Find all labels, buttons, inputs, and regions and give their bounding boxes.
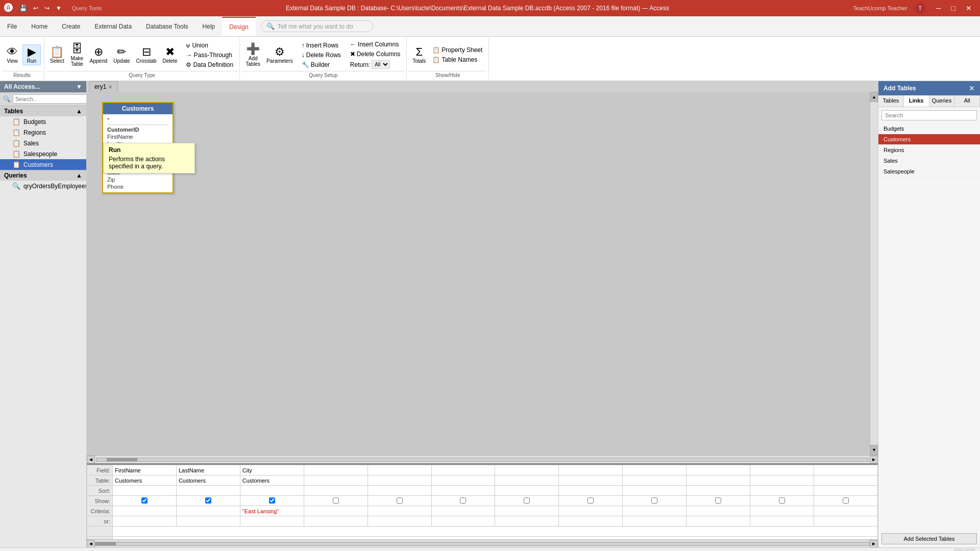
add-tables-search-input[interactable] (881, 110, 977, 120)
tab-file[interactable]: File (0, 16, 24, 36)
show-checkbox-8[interactable] (587, 497, 594, 504)
or-cell-9[interactable] (623, 516, 687, 527)
parameters-button[interactable]: ⚙ Parameters (264, 44, 296, 65)
add-tables-item-sales[interactable]: Sales (878, 156, 980, 166)
tab-help[interactable]: Help (195, 16, 223, 36)
add-tables-item-budgets[interactable]: Budgets (878, 123, 980, 134)
field-cell-9[interactable] (623, 465, 687, 475)
criteria-cell-4[interactable] (304, 506, 368, 516)
field-cell-12[interactable] (814, 465, 877, 475)
return-select[interactable]: All 5 25 (372, 60, 390, 69)
grid-hscrollbar[interactable]: ◄ ► (87, 539, 878, 547)
sort-cell-11[interactable] (750, 486, 814, 496)
criteria-cell-8[interactable] (559, 506, 623, 516)
show-cell-11[interactable] (750, 496, 814, 506)
redo-quick-btn[interactable]: ↪ (42, 4, 52, 13)
field-phone[interactable]: Phone (107, 183, 168, 190)
nav-item-customers[interactable]: 📋 Customers (0, 159, 86, 170)
field-customerid[interactable]: CustomerID (107, 126, 168, 133)
tell-me-bar[interactable]: 🔍 Tell me what you want to do (261, 20, 373, 32)
show-cell-12[interactable] (814, 496, 877, 506)
sort-cell-3[interactable] (240, 486, 304, 496)
nav-search-input[interactable] (13, 94, 87, 104)
nav-item-regions[interactable]: 📋 Regions (0, 127, 86, 138)
builder-button[interactable]: 🔧 Builder (299, 60, 344, 69)
query-tab[interactable]: ery1 ✕ (89, 81, 118, 92)
query-tab-close[interactable]: ✕ (108, 84, 112, 90)
or-cell-7[interactable] (495, 516, 559, 527)
sort-cell-6[interactable] (431, 486, 495, 496)
show-checkbox-10[interactable] (715, 497, 721, 504)
table-cell-5[interactable] (368, 475, 431, 486)
or-cell-4[interactable] (304, 516, 368, 527)
or-cell-3[interactable] (240, 516, 304, 527)
or-cell-11[interactable] (750, 516, 814, 527)
table-cell-6[interactable] (431, 475, 495, 486)
canvas-scrollthumb[interactable] (107, 458, 137, 461)
delete-columns-button[interactable]: ✖ Delete Columns (347, 49, 403, 59)
table-cell-12[interactable] (814, 475, 877, 486)
add-tables-tab-all[interactable]: All (954, 95, 980, 107)
show-cell-5[interactable] (368, 496, 431, 506)
tab-create[interactable]: Create (55, 16, 87, 36)
run-button[interactable]: ▶ Run (22, 44, 41, 65)
add-tables-item-salespeople[interactable]: Salespeople (878, 166, 980, 177)
show-checkbox-9[interactable] (651, 497, 657, 504)
show-cell-2[interactable] (176, 496, 240, 506)
view-button[interactable]: 👁 View (3, 44, 21, 65)
sort-cell-8[interactable] (559, 486, 623, 496)
add-tables-item-regions[interactable]: Regions (878, 145, 980, 156)
datasheet-view-btn[interactable]: ⊞ (954, 549, 964, 551)
scroll-up-btn[interactable]: ▲ (870, 92, 878, 102)
field-cell-3[interactable]: City (240, 465, 304, 475)
show-checkbox-3[interactable] (269, 497, 275, 504)
sort-cell-7[interactable] (495, 486, 559, 496)
criteria-cell-1[interactable] (113, 506, 177, 516)
insert-rows-button[interactable]: ↑ Insert Rows (299, 41, 344, 50)
add-tables-ribbon-button[interactable]: ➕ AddTables (243, 41, 263, 68)
make-table-button[interactable]: 🗄 Make Table (68, 41, 86, 68)
restore-btn[interactable]: □ (947, 3, 960, 13)
field-cell-2[interactable]: LastName (176, 465, 240, 475)
scroll-right-btn[interactable]: ► (870, 456, 878, 464)
table-cell-9[interactable] (623, 475, 687, 486)
show-cell-6[interactable] (431, 496, 495, 506)
criteria-cell-12[interactable] (814, 506, 877, 516)
pass-through-button[interactable]: → Pass-Through (183, 51, 236, 60)
show-cell-1[interactable] (113, 496, 177, 506)
minimize-btn[interactable]: ─ (932, 3, 945, 13)
table-cell-4[interactable] (304, 475, 368, 486)
table-cell-1[interactable]: Customers (113, 475, 177, 486)
show-cell-3[interactable] (240, 496, 304, 506)
table-names-button[interactable]: 📋 Table Names (429, 55, 485, 64)
tab-external-data[interactable]: External Data (87, 16, 139, 36)
sort-cell-10[interactable] (687, 486, 750, 496)
extra1-cell[interactable] (113, 527, 878, 537)
table-cell-3[interactable]: Customers (240, 475, 304, 486)
field-cell-5[interactable] (368, 465, 431, 475)
undo-quick-btn[interactable]: ↩ (31, 4, 40, 13)
update-button[interactable]: ✏ Update (111, 44, 132, 65)
table-cell-10[interactable] (687, 475, 750, 486)
totals-button[interactable]: Σ Totals (410, 44, 428, 65)
append-button[interactable]: ⊕ Append (87, 44, 110, 65)
show-cell-10[interactable] (687, 496, 750, 506)
show-cell-4[interactable] (304, 496, 368, 506)
add-tables-tab-queries[interactable]: Queries (929, 95, 955, 107)
scroll-left-btn[interactable]: ◄ (87, 456, 95, 464)
tab-design[interactable]: Design (222, 17, 255, 36)
show-checkbox-5[interactable] (397, 497, 403, 504)
show-checkbox-6[interactable] (460, 497, 466, 504)
or-cell-5[interactable] (368, 516, 431, 527)
nav-item-budgets[interactable]: 📋 Budgets (0, 116, 86, 127)
or-cell-12[interactable] (814, 516, 877, 527)
or-cell-8[interactable] (559, 516, 623, 527)
tab-database-tools[interactable]: Database Tools (139, 16, 195, 36)
grid-scroll-left[interactable]: ◄ (87, 540, 95, 548)
field-zip[interactable]: Zip (107, 176, 168, 183)
show-cell-7[interactable] (495, 496, 559, 506)
sort-cell-5[interactable] (368, 486, 431, 496)
nav-section-queries[interactable]: Queries ▲ (0, 170, 86, 181)
tab-home[interactable]: Home (24, 16, 55, 36)
show-cell-9[interactable] (623, 496, 687, 506)
